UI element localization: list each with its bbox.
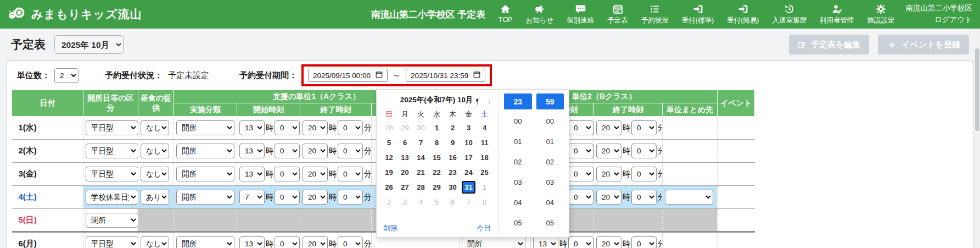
app-logo[interactable]: みまもりキッズ流山 — [8, 5, 142, 24]
hour-option[interactable]: 01 — [514, 131, 522, 152]
unit1-start-hour[interactable]: 13 — [239, 144, 265, 158]
unit2-end-hour[interactable]: 20 — [596, 167, 621, 181]
minute-option[interactable]: 01 — [546, 131, 554, 152]
calendar-day[interactable]: 4 — [483, 124, 486, 132]
calendar-day[interactable]: 8 — [483, 198, 486, 206]
unit2-end-minute[interactable]: 0 — [631, 190, 657, 205]
calendar-day-selected[interactable]: 31 — [462, 181, 475, 194]
lunch-select[interactable]: なし — [141, 144, 169, 158]
selected-minute[interactable]: 59 — [536, 93, 564, 109]
unit2-end-hour[interactable]: 20 — [596, 120, 621, 135]
calendar-day[interactable]: 27 — [401, 183, 408, 191]
nav-item-schedule[interactable]: 予定表 — [607, 3, 628, 25]
unit1-start-hour[interactable]: 13 — [239, 120, 265, 135]
period-end-input[interactable]: 2025/10/31 23:59 — [406, 69, 485, 82]
calendar-day[interactable]: 26 — [385, 183, 393, 191]
minute-option[interactable]: 05 — [546, 213, 554, 233]
calendar-day[interactable]: 10 — [464, 139, 472, 147]
delete-link[interactable]: 削除 — [383, 223, 397, 233]
category-select[interactable]: 平日型 — [86, 236, 138, 248]
unit1-start-minute[interactable]: 0 — [275, 144, 300, 158]
lunch-select[interactable]: なし — [141, 236, 169, 248]
calendar-day[interactable]: 17 — [464, 153, 472, 162]
nav-item-reservations[interactable]: 予約状況 — [641, 3, 669, 25]
calendar-day[interactable]: 5 — [435, 198, 439, 206]
calendar-day[interactable]: 28 — [417, 183, 424, 191]
hour-option[interactable]: 02 — [514, 152, 522, 172]
unit1-start-minute[interactable]: 0 — [275, 236, 300, 248]
lunch-select[interactable]: あり — [141, 190, 169, 205]
nav-item-checkin-standard[interactable]: 受付(標準) — [682, 3, 714, 25]
calendar-day[interactable]: 2 — [387, 198, 391, 206]
calendar-day[interactable]: 16 — [449, 153, 456, 162]
selected-hour[interactable]: 23 — [504, 93, 532, 109]
lunch-select[interactable]: なし — [141, 120, 169, 135]
edit-schedule-button[interactable]: 予定表を編集 — [789, 35, 869, 54]
minute-option[interactable]: 02 — [546, 152, 554, 172]
calendar-day[interactable]: 4 — [419, 198, 423, 206]
calendar-month-title[interactable]: 2025年(令和7年) 10月▼ — [399, 95, 481, 105]
calendar-day[interactable]: 18 — [480, 153, 488, 162]
calendar-day[interactable]: 1 — [435, 124, 439, 132]
calendar-day[interactable]: 20 — [401, 168, 408, 177]
period-start-input[interactable]: 2025/09/15 00:00 — [308, 69, 388, 82]
unit-count-select[interactable]: 2 — [54, 68, 79, 83]
unit2-start-minute[interactable]: 0 — [568, 120, 593, 135]
unit2-end-minute[interactable]: 0 — [631, 167, 657, 181]
unit1-start-minute[interactable]: 0 — [275, 120, 300, 135]
unit2-class-select[interactable]: 開所 — [462, 236, 525, 248]
unit2-start-minute[interactable]: 0 — [568, 236, 593, 248]
nav-item-entry-history[interactable]: 入退室履歴 — [772, 3, 807, 25]
minute-option[interactable]: 00 — [546, 111, 554, 131]
unit1-end-minute[interactable]: 0 — [338, 144, 363, 158]
unit2-end-minute[interactable]: 0 — [631, 236, 657, 248]
nav-item-checkin-simple[interactable]: 受付(簡易) — [727, 3, 759, 25]
unit1-end-hour[interactable]: 20 — [303, 167, 328, 181]
unit1-class-select[interactable]: 開所 — [176, 167, 234, 181]
unit1-class-select[interactable]: 開所 — [176, 190, 234, 205]
calendar-day[interactable]: 22 — [433, 168, 440, 177]
scrollbar-thumb[interactable] — [975, 48, 979, 131]
unit2-start-hour[interactable]: 13 — [533, 236, 558, 248]
calendar-day[interactable]: 7 — [419, 139, 423, 147]
nav-item-messages[interactable]: 個別連絡 — [567, 3, 594, 25]
calendar-small-icon[interactable] — [376, 71, 383, 80]
calendar-day[interactable]: 8 — [435, 139, 439, 147]
category-select[interactable]: 平日型 — [86, 167, 138, 181]
category-select[interactable]: 閉所 — [86, 213, 138, 228]
today-link[interactable]: 今日 — [477, 223, 491, 233]
unit1-start-hour[interactable]: 7 — [239, 190, 265, 205]
unit1-class-select[interactable]: 開所 — [176, 236, 234, 248]
unit2-start-minute[interactable]: 0 — [568, 190, 593, 205]
nav-item-user-management[interactable]: 利用者管理 — [820, 3, 854, 25]
unit1-end-minute[interactable]: 0 — [338, 190, 363, 205]
register-event-button[interactable]: ＋ イベントを登録 — [878, 35, 969, 54]
unit1-end-minute[interactable]: 0 — [338, 167, 363, 181]
unit2-start-minute[interactable]: 0 — [568, 144, 593, 158]
unit1-class-select[interactable]: 開所 — [176, 144, 234, 158]
calendar-day[interactable]: 6 — [451, 198, 455, 206]
calendar-day[interactable]: 29 — [433, 183, 440, 191]
calendar-day[interactable]: 7 — [467, 198, 471, 206]
category-select[interactable]: 平日型 — [86, 144, 138, 158]
category-select[interactable]: 平日型 — [86, 120, 138, 135]
minute-option[interactable]: 03 — [546, 172, 554, 192]
calendar-day[interactable]: 29 — [401, 124, 408, 132]
calendar-day[interactable]: 30 — [417, 124, 424, 132]
calendar-day[interactable]: 6 — [403, 139, 407, 147]
calendar-day[interactable]: 11 — [481, 139, 489, 147]
minute-option[interactable]: 04 — [546, 192, 554, 213]
nav-item-facility-settings[interactable]: 施設設定 — [867, 3, 895, 25]
category-select[interactable]: 学校休業日型 — [86, 190, 138, 205]
logout-link[interactable]: ログアウト — [906, 14, 973, 26]
scroll-up-icon[interactable]: ↑ — [475, 95, 480, 107]
unit2-end-hour[interactable]: 20 — [596, 144, 621, 158]
calendar-day[interactable]: 12 — [385, 153, 393, 162]
hour-option[interactable]: 05 — [514, 213, 522, 233]
calendar-day[interactable]: 15 — [433, 153, 440, 162]
calendar-day[interactable]: 21 — [417, 168, 424, 177]
unit2-start-minute[interactable]: 0 — [568, 167, 593, 181]
hour-option[interactable]: 03 — [514, 172, 522, 192]
unit2-end-hour[interactable]: 20 — [596, 190, 621, 205]
calendar-day[interactable]: 2 — [451, 124, 455, 132]
